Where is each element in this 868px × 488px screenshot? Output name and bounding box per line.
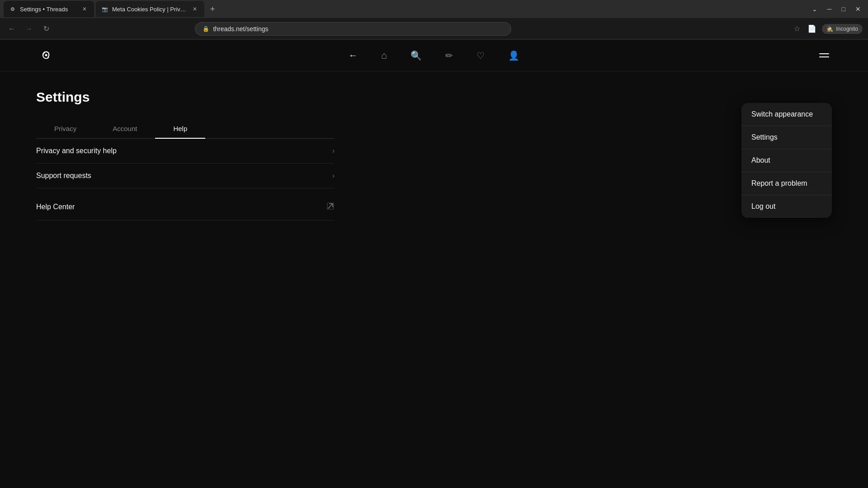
tab-favicon-1: ⚙	[9, 5, 16, 13]
minimize-btn[interactable]: ─	[824, 4, 835, 14]
tab-account[interactable]: Account	[94, 119, 155, 139]
tab-help[interactable]: Help	[155, 119, 205, 139]
support-requests-label: Support requests	[36, 172, 91, 180]
tab-close-2[interactable]: ✕	[191, 5, 199, 13]
bookmark-btn[interactable]: ☆	[792, 23, 802, 35]
top-nav: ← ⌂ 🔍 ✏ ♡ 👤	[0, 40, 868, 71]
settings-item-privacy-security[interactable]: Privacy and security help ›	[36, 139, 335, 164]
browser-back-btn[interactable]: ←	[5, 23, 18, 35]
browser-refresh-btn[interactable]: ↻	[40, 23, 52, 35]
tab-settings-threads[interactable]: ⚙ Settings • Threads ✕	[4, 1, 94, 17]
tab-bar: ⚙ Settings • Threads ✕ 📷 Meta Cookies Po…	[0, 0, 868, 18]
privacy-security-label: Privacy and security help	[36, 147, 117, 155]
reader-mode-btn[interactable]: 📄	[806, 23, 818, 35]
dropdown-settings[interactable]: Settings	[741, 126, 832, 149]
settings-list: Privacy and security help › Support requ…	[36, 139, 335, 221]
profile-icon: 👤	[508, 50, 519, 61]
home-icon: ⌂	[381, 50, 387, 61]
likes-button[interactable]: ♡	[474, 47, 487, 64]
help-center-label: Help Center	[36, 203, 75, 211]
close-btn[interactable]: ✕	[852, 4, 864, 14]
compose-button[interactable]: ✏	[443, 47, 456, 64]
threads-logo[interactable]	[36, 47, 54, 65]
back-button[interactable]: ←	[346, 47, 360, 63]
tab-meta-cookies[interactable]: 📷 Meta Cookies Policy | Privacy Ce... ✕	[96, 1, 204, 17]
url-bar[interactable]: 🔒 threads.net/settings	[195, 22, 511, 36]
tab-favicon-2: 📷	[101, 5, 108, 13]
dropdown-logout[interactable]: Log out	[741, 195, 832, 218]
main-content: Settings Privacy Account Help Privacy an…	[0, 71, 868, 488]
search-button[interactable]: 🔍	[408, 47, 425, 64]
incognito-label: Incognito	[836, 26, 858, 32]
help-center-external-icon	[326, 202, 335, 212]
search-icon: 🔍	[410, 50, 422, 61]
settings-item-help-center[interactable]: Help Center	[36, 194, 335, 221]
maximize-btn[interactable]: □	[838, 4, 849, 14]
dropdown-report-problem[interactable]: Report a problem	[741, 172, 832, 195]
browser-forward-btn[interactable]: →	[23, 23, 35, 35]
tab-controls-right: ⌄ ─ □ ✕	[808, 4, 864, 14]
lock-icon: 🔒	[203, 26, 209, 32]
support-requests-arrow: ›	[332, 172, 335, 180]
tab-title-2: Meta Cookies Policy | Privacy Ce...	[112, 6, 187, 13]
back-arrow-icon: ←	[349, 50, 358, 61]
svg-point-0	[45, 54, 47, 56]
new-tab-button[interactable]: +	[206, 3, 219, 15]
tab-privacy[interactable]: Privacy	[36, 119, 94, 139]
dropdown-switch-appearance[interactable]: Switch appearance	[741, 103, 832, 126]
heart-icon: ♡	[476, 50, 485, 61]
privacy-security-arrow: ›	[332, 147, 335, 155]
page-title: Settings	[36, 89, 832, 105]
address-right: ☆ 📄 🕵 Incognito	[792, 23, 863, 35]
address-bar: ← → ↻ 🔒 threads.net/settings ☆ 📄 🕵 Incog…	[0, 18, 868, 40]
section-gap	[36, 188, 335, 194]
home-button[interactable]: ⌂	[378, 47, 390, 64]
dropdown-about[interactable]: About	[741, 149, 832, 172]
dropdown-menu: Switch appearance Settings About Report …	[741, 103, 832, 218]
app-wrapper: ← ⌂ 🔍 ✏ ♡ 👤 S	[0, 40, 868, 488]
incognito-icon: 🕵	[826, 26, 833, 32]
tab-title-1: Settings • Threads	[20, 6, 77, 13]
menu-line-1	[819, 53, 829, 54]
settings-tabs: Privacy Account Help	[36, 119, 335, 139]
menu-button[interactable]	[816, 51, 832, 60]
tab-list-btn[interactable]: ⌄	[808, 4, 821, 14]
nav-right	[816, 51, 832, 60]
tab-close-1[interactable]: ✕	[80, 5, 89, 13]
url-text: threads.net/settings	[213, 25, 268, 33]
incognito-badge: 🕵 Incognito	[822, 24, 863, 34]
compose-icon: ✏	[445, 50, 453, 61]
nav-center: ← ⌂ 🔍 ✏ ♡ 👤	[346, 47, 522, 64]
menu-line-2	[819, 56, 829, 57]
browser-chrome: ⚙ Settings • Threads ✕ 📷 Meta Cookies Po…	[0, 0, 868, 40]
profile-button[interactable]: 👤	[505, 47, 522, 64]
settings-item-support-requests[interactable]: Support requests ›	[36, 164, 335, 188]
